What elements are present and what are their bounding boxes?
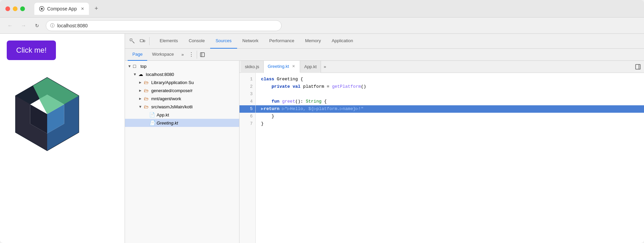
code-tab-greeting-label: Greeting.kt [268,64,289,69]
new-tab-button[interactable]: + [92,4,101,14]
code-area: skiko.js Greeting.kt ✕ App.kt » [239,61,644,243]
paren-open-4: (): [295,98,305,105]
tree-arrow-src: ▼ [138,105,142,109]
code-tab-skiko[interactable]: skiko.js [241,61,264,73]
tree-item-localhost[interactable]: ▼ ☁ localhost:8080 [125,70,239,78]
tree-item-mnt[interactable]: ► 🗁 mnt/agent/work [125,94,239,103]
page-subtab[interactable]: Page [128,49,147,61]
page-content: Click me! [0,34,125,243]
performance-tab[interactable]: Performance [264,34,299,49]
collapse-sidebar-icon[interactable] [198,51,206,59]
url-text: localhost:8080 [57,23,88,28]
tab-title: Compose App [47,6,77,11]
str-platform-5: ▷platform.▷name [314,105,353,113]
maximize-button[interactable] [20,6,25,11]
svg-rect-15 [636,64,640,69]
tree-label-top: top [140,64,236,69]
keyword-val: val [293,83,303,90]
tab-bar: Compose App ✕ + [34,0,101,17]
var-platform: platform [303,83,324,90]
indent-6: } [261,113,274,120]
code-line-3 [261,90,639,98]
code-tab-appkt-label: App.kt [304,64,317,69]
code-line-1: class Greeting { [261,76,639,83]
tree-arrow-generated: ► [138,88,142,92]
device-toggle-icon[interactable] [138,36,147,46]
tree-label-appkt: App.kt [157,112,236,117]
svg-rect-11 [140,39,143,42]
tree-label-greetingkt: Greeting.kt [157,120,236,126]
code-tabs-more-button[interactable]: » [321,64,329,69]
tab-close-icon[interactable]: ✕ [81,6,84,11]
parens-2: () [361,83,366,90]
back-button[interactable]: ← [5,21,15,30]
devtools-tabs: Elements Console Sources Network Perform… [154,34,358,49]
code-tab-appkt[interactable]: App.kt [300,61,321,73]
code-line-5: ▶return ▷"▷Hello, ${▷platform.▷name}▷!" [256,105,644,113]
subtabs-menu-button[interactable]: ⋮ [187,51,195,59]
browser-tab-active[interactable]: Compose App ✕ [34,3,89,15]
fn-getplatform: getPlatform [332,83,361,90]
subtabs-more-button[interactable]: » [179,51,187,59]
tree-arrow-library: ► [138,80,142,84]
folder-icon-mnt: 🗁 [144,96,150,101]
subtabs-separator [197,51,197,59]
method-greet: greet [282,98,295,105]
tree-item-src[interactable]: ▼ 🗁 src/wasmJsMain/kotli [125,103,239,111]
click-me-button[interactable]: Click me! [7,40,56,60]
inspect-element-icon[interactable] [128,36,137,46]
line-num-2: 2 [239,83,255,90]
url-bar[interactable]: ⓘ localhost:8080 [46,20,282,31]
toggle-sidebar-icon[interactable] [633,62,643,72]
svg-rect-12 [143,40,145,42]
code-tab-greeting-close[interactable]: ✕ [291,64,296,69]
keyword-class: class [261,76,277,83]
line-numbers: 1 2 3 4 5 6 7 [239,73,256,243]
keyword-return-5: return [264,105,282,113]
code-tab-greeting[interactable]: Greeting.kt ✕ [264,61,300,73]
sources-tab[interactable]: Sources [210,34,237,49]
brace-close-7: } [261,120,264,128]
forward-button[interactable]: → [19,21,28,30]
line-num-4: 4 [239,98,255,105]
tree-label-src: src/wasmJsMain/kotli [151,104,236,109]
debug-arrow-5: ▶ [261,105,264,113]
workspace-subtab[interactable]: Workspace [147,49,179,61]
tree-item-top[interactable]: ▼ □ top [125,62,239,70]
line-num-6: 6 [239,113,255,120]
code-line-6: } [261,113,639,120]
svg-rect-13 [200,53,204,57]
file-tree: ▼ □ top ▼ ☁ localhost:8080 ► 🗁 Librar [125,61,239,243]
tree-arrow-localhost: ▼ [133,72,137,76]
tree-label-library: Library/Application Su [151,80,236,85]
close-button[interactable] [5,6,10,11]
devtools-panel: Elements Console Sources Network Perform… [125,34,644,243]
toolbar-separator [149,37,150,45]
line-num-3: 3 [239,90,255,98]
tree-item-generated[interactable]: ► 🗁 generated/compose/r [125,86,239,94]
elements-tab[interactable]: Elements [154,34,183,49]
minimize-button[interactable] [13,6,18,11]
tree-item-greetingkt[interactable]: ▼ 📄 Greeting.kt [125,119,239,127]
file-icon-greetingkt: 📄 [149,120,155,126]
console-tab[interactable]: Console [183,34,210,49]
indent-2 [261,83,271,90]
code-tabs: skiko.js Greeting.kt ✕ App.kt » [239,61,644,73]
sources-layout: ▼ □ top ▼ ☁ localhost:8080 ► 🗁 Librar [125,61,644,243]
address-bar: ← → ↻ ⓘ localhost:8080 [0,18,644,34]
line-num-7: 7 [239,120,255,128]
network-tab[interactable]: Network [237,34,264,49]
folder-icon-src: 🗁 [144,104,150,109]
memory-tab[interactable]: Memory [300,34,326,49]
class-name: Greeting { [277,76,303,83]
devtools-toolbar: Elements Console Sources Network Perform… [125,34,644,49]
application-tab[interactable]: Application [326,34,359,49]
code-editor: 1 2 3 4 5 6 7 class Greeting { [239,73,644,243]
reload-button[interactable]: ↻ [32,21,42,30]
str-close-5: }▷!" [353,105,363,113]
tree-label-localhost: localhost:8080 [146,72,236,77]
brace-open-4: { [321,98,327,105]
tree-item-library[interactable]: ► 🗁 Library/Application Su [125,78,239,86]
tree-item-appkt[interactable]: ▼ 📄 App.kt [125,111,239,119]
code-content[interactable]: class Greeting { private val platform = … [256,73,644,243]
